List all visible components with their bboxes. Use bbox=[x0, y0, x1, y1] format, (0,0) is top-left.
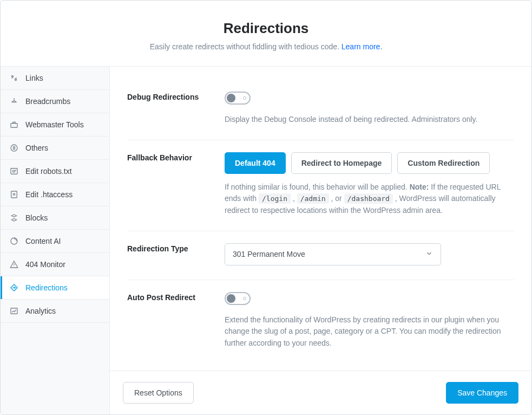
svg-rect-4 bbox=[11, 168, 17, 174]
toolbox-icon bbox=[9, 120, 19, 129]
robots-icon bbox=[9, 166, 19, 176]
analytics-icon bbox=[9, 306, 19, 316]
redirection-type-select[interactable]: 301 Permanent Move bbox=[225, 243, 441, 265]
sidebar-item-htaccess[interactable]: Edit .htaccess bbox=[1, 183, 109, 206]
sidebar-item-label: Links bbox=[25, 74, 43, 82]
sidebar-item-analytics[interactable]: Analytics bbox=[1, 300, 109, 323]
sidebar-item-blocks[interactable]: Blocks bbox=[1, 206, 109, 230]
chevron-down-icon bbox=[425, 250, 433, 259]
sidebar-item-label: Webmaster Tools bbox=[25, 120, 84, 129]
setting-help: If nothing similar is found, this behavi… bbox=[225, 181, 514, 217]
sidebar-item-contentai[interactable]: Content AI bbox=[1, 230, 109, 253]
sidebar-item-label: Edit .htaccess bbox=[25, 190, 73, 199]
setting-label: Debug Redirections bbox=[127, 92, 225, 126]
setting-help: Display the Debug Console instead of bei… bbox=[225, 114, 514, 126]
links-icon bbox=[9, 73, 19, 83]
fallback-default-404[interactable]: Default 404 bbox=[225, 152, 286, 174]
auto-post-toggle[interactable] bbox=[225, 292, 251, 305]
sidebar-item-breadcrumbs[interactable]: Breadcrumbs bbox=[1, 90, 109, 113]
blocks-icon bbox=[9, 213, 19, 223]
page-title: Redirections bbox=[11, 20, 521, 37]
setting-label: Fallback Behavior bbox=[127, 152, 225, 217]
warning-icon bbox=[9, 260, 19, 269]
sidebar-item-links[interactable]: Links bbox=[1, 67, 109, 90]
redirect-icon bbox=[9, 283, 19, 293]
sidebar-item-404[interactable]: 404 Monitor bbox=[1, 253, 109, 276]
sidebar-item-label: Redirections bbox=[25, 283, 68, 292]
setting-fallback-behavior: Fallback Behavior Default 404 Redirect t… bbox=[127, 140, 514, 231]
sidebar-item-robots[interactable]: Edit robots.txt bbox=[1, 160, 109, 183]
sidebar-item-label: Blocks bbox=[25, 213, 48, 222]
reset-options-button[interactable]: Reset Options bbox=[123, 382, 194, 404]
setting-help: Extend the functionality of WordPress by… bbox=[225, 314, 514, 349]
fallback-custom[interactable]: Custom Redirection bbox=[397, 152, 490, 174]
select-value: 301 Permanent Move bbox=[233, 250, 305, 258]
setting-debug-redirections: Debug Redirections Display the Debug Con… bbox=[127, 80, 514, 140]
sidebar-item-others[interactable]: Others bbox=[1, 137, 109, 160]
breadcrumbs-icon bbox=[9, 96, 19, 106]
footer-bar: Reset Options Save Changes bbox=[110, 371, 531, 414]
sidebar-item-label: Analytics bbox=[25, 307, 56, 315]
svg-point-5 bbox=[12, 170, 15, 172]
fallback-options: Default 404 Redirect to Homepage Custom … bbox=[225, 152, 514, 174]
setting-auto-post-redirect: Auto Post Redirect Extend the functional… bbox=[127, 280, 514, 364]
fallback-homepage[interactable]: Redirect to Homepage bbox=[291, 152, 392, 174]
file-icon bbox=[9, 190, 19, 199]
debug-toggle[interactable] bbox=[225, 92, 251, 105]
setting-label: Redirection Type bbox=[127, 243, 225, 265]
sidebar-item-label: Breadcrumbs bbox=[25, 97, 70, 106]
page-header: Redirections Easily create redirects wit… bbox=[1, 1, 531, 67]
svg-rect-2 bbox=[11, 124, 17, 128]
sidebar-item-label: Edit robots.txt bbox=[25, 167, 72, 176]
sidebar-item-label: Others bbox=[25, 144, 48, 152]
svg-rect-8 bbox=[11, 308, 17, 314]
setting-label: Auto Post Redirect bbox=[127, 292, 225, 349]
sidebar-item-webmaster[interactable]: Webmaster Tools bbox=[1, 113, 109, 137]
ai-icon bbox=[9, 236, 19, 246]
page-subtitle: Easily create redirects without fiddling… bbox=[11, 42, 521, 51]
setting-redirection-type: Redirection Type 301 Permanent Move bbox=[127, 231, 514, 280]
sidebar-item-label: 404 Monitor bbox=[25, 260, 65, 269]
sidebar-item-redirections[interactable]: Redirections bbox=[1, 276, 109, 300]
sidebar: Links Breadcrumbs Webmaster Tools Others… bbox=[1, 67, 110, 414]
list-icon bbox=[9, 143, 19, 153]
save-changes-button[interactable]: Save Changes bbox=[446, 382, 518, 404]
sidebar-item-label: Content AI bbox=[25, 237, 61, 245]
svg-rect-6 bbox=[11, 191, 17, 198]
learn-more-link[interactable]: Learn more. bbox=[341, 42, 382, 51]
